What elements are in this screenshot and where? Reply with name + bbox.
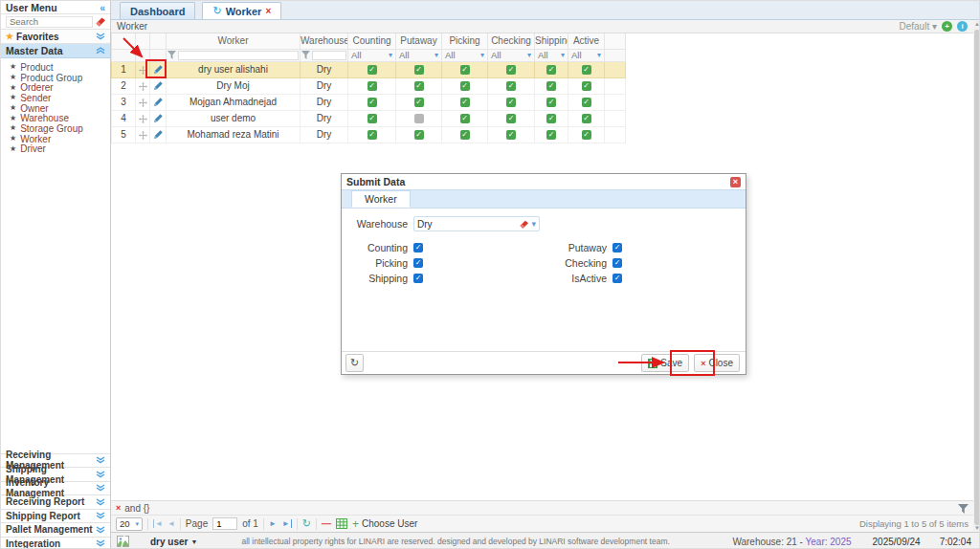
- chevron-double-down-icon[interactable]: [96, 471, 105, 478]
- sidebar-section-integration[interactable]: Integeration: [1, 537, 110, 549]
- export-grid-icon[interactable]: [336, 518, 347, 530]
- search-input[interactable]: [6, 16, 93, 28]
- move-handle-icon[interactable]: [136, 126, 150, 143]
- refresh-grid-button[interactable]: ↻: [302, 517, 311, 530]
- col-worker[interactable]: Worker: [167, 33, 301, 49]
- remove-button[interactable]: —: [322, 518, 331, 529]
- sidebar-item-storage-group[interactable]: ★Storage Group: [10, 123, 110, 134]
- sidebar: User Menu « ★ Favorites Master Data ★Pro…: [1, 1, 111, 549]
- info-button[interactable]: i: [957, 21, 968, 32]
- sidebar-section-inventory-management[interactable]: Inventory Management: [1, 481, 110, 495]
- warehouse-combobox[interactable]: Dry ▾: [413, 216, 540, 231]
- warehouse-filter-input[interactable]: [312, 51, 346, 60]
- tab-dashboard[interactable]: Dashboard: [120, 2, 195, 19]
- tab-refresh-icon[interactable]: ↻: [212, 5, 221, 17]
- clear-search-icon[interactable]: [96, 17, 105, 27]
- putaway-checkbox[interactable]: [612, 243, 622, 253]
- chevron-double-down-icon[interactable]: [96, 539, 105, 547]
- move-handle-icon[interactable]: [136, 94, 150, 110]
- sidebar-collapse-icon[interactable]: «: [100, 2, 105, 13]
- page-size-select[interactable]: 20▾: [116, 517, 143, 531]
- tab-worker[interactable]: ↻ Worker ×: [202, 2, 281, 19]
- counting-filter-select[interactable]: All▾: [349, 50, 394, 60]
- filter-funnel-icon[interactable]: [301, 51, 310, 59]
- table-row[interactable]: 5 Mohamad reza Matini Dry: [112, 126, 626, 143]
- table-row[interactable]: 4 user demo Dry: [112, 110, 626, 126]
- filter-funnel-icon[interactable]: [958, 502, 969, 513]
- sidebar-section-pallet-management[interactable]: Pallet Management: [1, 522, 110, 537]
- counting-checkbox[interactable]: [413, 243, 423, 253]
- sidebar-section-shipping-report[interactable]: Shipping Report: [1, 509, 110, 523]
- shipping-checkbox[interactable]: [413, 274, 423, 283]
- sidebar-item-worker[interactable]: ★Worker: [10, 134, 110, 144]
- view-selector[interactable]: Default ▾: [900, 21, 938, 32]
- picking-filter-select[interactable]: All▾: [443, 50, 486, 60]
- add-view-button[interactable]: +: [942, 21, 952, 32]
- edit-pencil-icon[interactable]: [150, 77, 167, 94]
- chevron-double-down-icon[interactable]: [96, 484, 105, 492]
- user-menu-dropdown[interactable]: dry user ▼: [150, 537, 197, 547]
- chevron-double-down-icon[interactable]: [96, 512, 105, 519]
- scroll-down-arrow[interactable]: ▼: [973, 524, 980, 532]
- table-row[interactable]: 3 Mojgan Ahmadnejad Dry: [112, 94, 626, 110]
- filter-funnel-icon[interactable]: [167, 51, 176, 59]
- sidebar-section-master-data[interactable]: Master Data: [1, 44, 110, 58]
- clear-value-icon[interactable]: [520, 220, 528, 229]
- modal-tab-worker[interactable]: Worker: [351, 190, 411, 208]
- worker-filter-input[interactable]: [178, 51, 299, 60]
- sidebar-item-product[interactable]: ★Product: [10, 62, 110, 73]
- sidebar-item-product-group[interactable]: ★Product Group: [10, 73, 110, 83]
- edit-pencil-icon[interactable]: [150, 94, 167, 110]
- isactive-checkbox[interactable]: [612, 274, 622, 283]
- next-page-button[interactable]: ►: [269, 519, 277, 528]
- picking-checkbox[interactable]: [413, 258, 423, 268]
- chevron-double-up-icon[interactable]: [96, 47, 105, 55]
- scroll-up-arrow[interactable]: ▲: [973, 20, 980, 28]
- table-row[interactable]: 1 dry user alishahi Dry: [112, 61, 626, 77]
- active-filter-select[interactable]: All▾: [569, 50, 603, 60]
- move-handle-icon[interactable]: [136, 61, 150, 77]
- sidebar-item-driver[interactable]: ★Driver: [10, 144, 110, 155]
- chevron-double-down-icon[interactable]: [96, 498, 105, 506]
- refresh-button[interactable]: ↻: [345, 354, 364, 372]
- choose-user-button[interactable]: + Choose User: [352, 517, 417, 531]
- putaway-filter-select[interactable]: All▾: [397, 50, 440, 60]
- col-putaway[interactable]: Putaway: [396, 33, 442, 49]
- first-page-button[interactable]: ◄: [153, 519, 163, 528]
- sidebar-item-orderer[interactable]: ★Orderer: [10, 82, 110, 93]
- table-row[interactable]: 2 Dry Moj Dry: [112, 77, 626, 94]
- col-counting[interactable]: Counting: [348, 33, 396, 49]
- edit-pencil-icon[interactable]: [150, 126, 167, 143]
- clear-filter-icon[interactable]: ×: [116, 503, 121, 513]
- col-warehouse[interactable]: Warehouse: [301, 33, 348, 49]
- col-active[interactable]: Active: [568, 33, 605, 49]
- save-button[interactable]: Save: [641, 354, 689, 372]
- close-button[interactable]: × Close: [694, 354, 740, 372]
- edit-pencil-icon[interactable]: [150, 61, 167, 77]
- prev-page-button[interactable]: ◄: [167, 519, 175, 528]
- move-handle-icon[interactable]: [136, 77, 150, 94]
- sidebar-item-warehouse[interactable]: ★Warehouse: [10, 113, 110, 123]
- checking-filter-select[interactable]: All▾: [489, 50, 533, 60]
- chevron-double-down-icon[interactable]: [96, 456, 105, 464]
- chevron-double-down-icon[interactable]: [96, 33, 105, 40]
- shipping-filter-select[interactable]: All▾: [536, 50, 567, 60]
- chevron-down-icon[interactable]: ▾: [531, 219, 536, 229]
- edit-pencil-icon[interactable]: [150, 110, 167, 126]
- col-checking[interactable]: Checking: [488, 33, 535, 49]
- chevron-double-down-icon[interactable]: [96, 526, 105, 534]
- scrollbar-thumb[interactable]: [974, 30, 980, 525]
- sidebar-item-favorites[interactable]: ★ Favorites: [1, 30, 110, 44]
- col-shipping[interactable]: Shipping: [535, 33, 568, 49]
- vertical-scrollbar[interactable]: ▲ ▼: [973, 20, 980, 532]
- checking-checkbox[interactable]: [612, 258, 622, 268]
- sidebar-item-sender[interactable]: ★Sender: [10, 93, 110, 103]
- tab-close-icon[interactable]: ×: [265, 6, 271, 16]
- sidebar-item-owner[interactable]: ★Owner: [10, 103, 110, 114]
- modal-close-icon[interactable]: ×: [730, 177, 741, 187]
- shipping-checkbox: [546, 81, 556, 91]
- last-page-button[interactable]: ►: [281, 519, 292, 528]
- col-picking[interactable]: Picking: [442, 33, 488, 49]
- page-number-input[interactable]: [212, 517, 237, 530]
- move-handle-icon[interactable]: [136, 110, 150, 126]
